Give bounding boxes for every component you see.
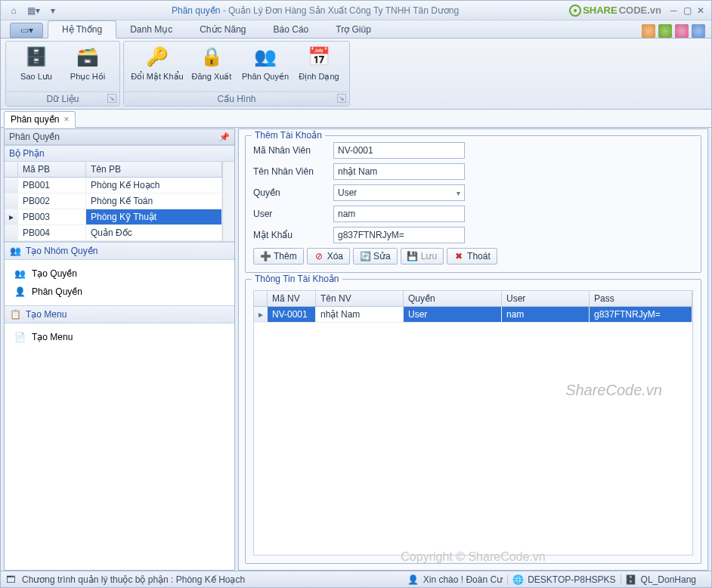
label-quyen: Quyền xyxy=(253,187,333,198)
qat-drop-icon[interactable]: ▾ xyxy=(45,3,61,18)
group-taonhomquyen[interactable]: 👥 Tạo Nhóm Quyền xyxy=(5,242,234,260)
expand-icon[interactable]: ↘ xyxy=(107,94,116,103)
group-title-cauhinh: Cấu Hình↘ xyxy=(124,91,349,106)
watermark: ShareCode.vn xyxy=(565,382,662,399)
label-tennv: Tên Nhân Viên xyxy=(253,166,333,177)
node-phanquyen[interactable]: 👤 Phân Quyền xyxy=(5,283,234,301)
ribbon-tab-trogiup[interactable]: Trợ Giúp xyxy=(322,21,385,38)
ribbon-tab-baocao[interactable]: Báo Cáo xyxy=(260,21,323,38)
table-row[interactable]: PB002 Phòng Kế Toán xyxy=(5,193,222,209)
add-account-fieldset: Thêm Tài Khoản Mã Nhân Viên Tên Nhân Viê… xyxy=(245,135,701,273)
input-manv[interactable] xyxy=(333,142,465,159)
chevron-down-icon: ▾ xyxy=(457,189,460,197)
menu-icon: 📋 xyxy=(9,308,21,320)
ribbon-tab-hethong[interactable]: Hệ Thống xyxy=(48,20,116,39)
col-tenpb[interactable]: Tên PB xyxy=(86,162,222,177)
database-icon: 🗃️ xyxy=(76,45,100,69)
label-manv: Mã Nhân Viên xyxy=(253,145,333,156)
tab-phanquyen[interactable]: Phân quyền × xyxy=(4,111,76,128)
lock-icon: 🔒 xyxy=(200,45,224,69)
qat-menu-icon[interactable]: ⌂ xyxy=(5,3,22,18)
globe-icon: 🌐 xyxy=(512,574,523,585)
permission-nodes: 👥 Tạo Quyền 👤 Phân Quyền xyxy=(5,260,234,305)
server-icon: 🗄️ xyxy=(24,45,48,69)
status-db: QL_DonHang xyxy=(641,574,696,585)
button-row: ➕Thêm ⊘Xóa 🔄Sửa 💾Lưu ✖Thoát xyxy=(253,248,693,265)
calendar-icon: 📅 xyxy=(307,45,331,69)
table-row[interactable]: ▸ PB003 Phòng Kỹ Thuật xyxy=(5,209,222,225)
key-icon: 🔑 xyxy=(145,45,169,69)
app-menu-button[interactable]: ▭▾ xyxy=(10,23,43,38)
people-icon[interactable] xyxy=(658,24,672,38)
qat-grid-icon[interactable]: ▦▾ xyxy=(25,3,42,18)
col-quyen[interactable]: Quyền xyxy=(404,291,502,306)
col-mapb[interactable]: Mã PB xyxy=(18,162,86,177)
plus-icon: ➕ xyxy=(260,251,271,262)
save-icon: 💾 xyxy=(407,251,418,262)
table-row[interactable]: PB001 Phòng Kế Hoạch xyxy=(5,178,222,193)
col-user[interactable]: User xyxy=(502,291,590,306)
close-button[interactable]: ✕ xyxy=(695,5,707,17)
delete-icon: ⊘ xyxy=(314,251,324,262)
document-tab-strip: Phân quyền × xyxy=(1,110,711,128)
group-bophan[interactable]: Bộ Phận xyxy=(5,145,234,162)
table-row[interactable]: PB004 Quản Đốc xyxy=(5,225,222,241)
col-manv[interactable]: Mã NV xyxy=(268,291,316,306)
group-taomenu[interactable]: 📋 Tạo Menu xyxy=(5,305,234,323)
list-icon: 📄 xyxy=(14,331,26,343)
settings-icon[interactable] xyxy=(692,24,705,38)
minimize-button[interactable]: ─ xyxy=(667,5,679,17)
status-user: Xin chào ! Đoàn Cư xyxy=(423,574,503,585)
ribbon-corner-icons xyxy=(642,24,711,38)
app-icon: 🗔 xyxy=(5,574,16,585)
status-host: DESKTOP-P8HSPKS xyxy=(528,574,615,585)
sharecode-icon xyxy=(569,5,581,17)
pin-icon[interactable]: 📌 xyxy=(219,132,230,142)
node-taomenu[interactable]: 📄 Tạo Menu xyxy=(5,328,234,346)
ribbon-group-dulieu: 🗄️ Sao Lưu 🗃️ Phục Hồi Dữ Liệu↘ xyxy=(5,41,120,107)
save-button[interactable]: 💾Lưu xyxy=(401,248,444,265)
users-group-icon: 👥 xyxy=(9,245,21,257)
quick-access-toolbar: ⌂ ▦▾ ▾ xyxy=(5,3,61,18)
format-button[interactable]: 📅 Định Dạng xyxy=(293,45,345,90)
table-row[interactable]: ▸ NV-0001 nhật Nam User nam g837FTNRJyM= xyxy=(254,307,692,323)
delete-button[interactable]: ⊘Xóa xyxy=(307,248,350,265)
ribbon-group-cauhinh: 🔑 Đổi Mật Khẩu 🔒 Đăng Xuất 👥 Phân Quyền … xyxy=(123,41,350,107)
input-tennv[interactable] xyxy=(333,163,465,180)
col-tennv[interactable]: Tên NV xyxy=(316,291,404,306)
vertical-scrollbar[interactable] xyxy=(222,162,234,241)
user-icon[interactable] xyxy=(642,24,655,38)
right-panel: Thêm Tài Khoản Mã Nhân Viên Tên Nhân Viê… xyxy=(238,128,708,571)
account-info-fieldset: Thông Tin Tài Khoản Mã NV Tên NV Quyền U… xyxy=(245,279,701,564)
account-grid: Mã NV Tên NV Quyền User Pass ▸ NV-0001 n… xyxy=(253,290,693,556)
left-panel: Phân Quyền 📌 Bộ Phận Mã PB Tên PB PB001 … xyxy=(4,128,235,571)
expand-icon[interactable]: ↘ xyxy=(337,94,346,103)
input-user[interactable] xyxy=(333,206,465,222)
permissions-button[interactable]: 👥 Phân Quyền xyxy=(237,45,293,90)
user-icon: 👤 xyxy=(408,574,419,585)
person-icon[interactable] xyxy=(675,24,689,38)
edit-button[interactable]: 🔄Sửa xyxy=(353,248,398,265)
close-tab-icon[interactable]: × xyxy=(63,114,69,125)
change-password-button[interactable]: 🔑 Đổi Mật Khẩu xyxy=(128,45,186,90)
title-bar: ⌂ ▦▾ ▾ Phân quyền - Quản Lý Đơn Hàng Sản… xyxy=(1,1,711,20)
refresh-icon: 🔄 xyxy=(360,251,370,262)
backup-button[interactable]: 🗄️ Sao Lưu xyxy=(11,45,62,90)
users-icon: 👥 xyxy=(253,45,277,69)
exit-button[interactable]: ✖Thoát xyxy=(447,248,497,265)
main-area: Phân Quyền 📌 Bộ Phận Mã PB Tên PB PB001 … xyxy=(4,128,708,571)
add-button[interactable]: ➕Thêm xyxy=(253,248,304,265)
logout-button[interactable]: 🔒 Đăng Xuất xyxy=(186,45,237,90)
ribbon-tab-chucnang[interactable]: Chức Năng xyxy=(186,21,259,38)
col-pass[interactable]: Pass xyxy=(590,291,692,306)
input-matkhau[interactable] xyxy=(333,227,465,243)
maximize-button[interactable]: ▢ xyxy=(681,5,693,17)
combo-quyen[interactable]: User▾ xyxy=(333,184,465,201)
node-taoquyen[interactable]: 👥 Tạo Quyền xyxy=(5,265,234,283)
panel-header: Phân Quyền 📌 xyxy=(5,129,234,145)
menu-nodes: 📄 Tạo Menu xyxy=(5,323,234,570)
legend-themtaikhoan: Thêm Tài Khoản xyxy=(252,130,325,141)
restore-button[interactable]: 🗃️ Phục Hồi xyxy=(62,45,113,90)
ribbon-tab-danhmuc[interactable]: Danh Mục xyxy=(116,21,186,38)
ribbon: 🗄️ Sao Lưu 🗃️ Phục Hồi Dữ Liệu↘ 🔑 Đổi Mậ… xyxy=(1,39,711,110)
